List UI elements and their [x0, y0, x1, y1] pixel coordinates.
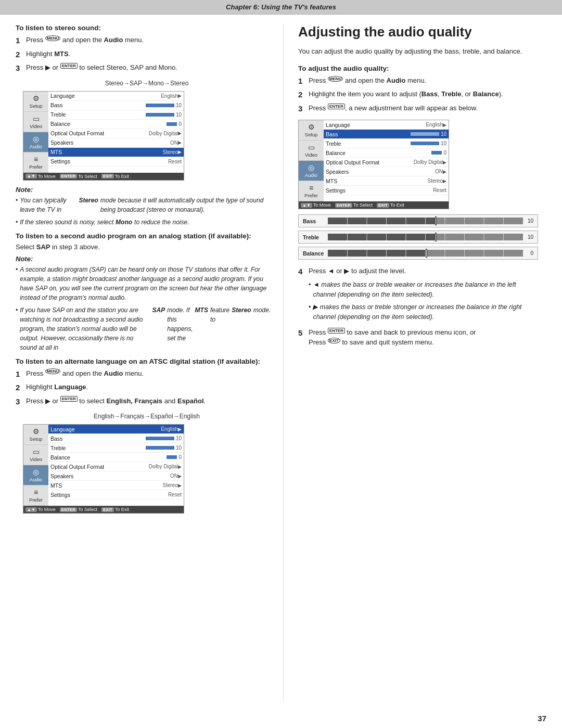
menu-row-settings-3: Settings Reset — [48, 490, 184, 500]
menu-row-speakers: Speakers ON ▶ — [48, 138, 184, 148]
note1-item2: If the stereo sound is noisy, select Mon… — [16, 218, 271, 227]
sidebar-setup-r: ⚙ Setup — [299, 120, 324, 141]
menu-footer-3: ▲▼ To Move ENTER To Select EXIT To Exit — [23, 506, 184, 513]
setup-icon-3: ⚙ — [33, 427, 40, 436]
menu-row-balance-3: Balance 0 — [48, 453, 184, 462]
page-number: 37 — [538, 714, 546, 723]
menu-row-mts: MTS Stereo ▶ — [48, 148, 184, 157]
video-icon-r: ▭ — [308, 143, 315, 151]
right-section1-heading: To adjust the audio quality: — [298, 65, 538, 72]
sidebar-prefer-r: ≡ Prefer — [299, 181, 324, 201]
adj-bar-bass: Bass — [298, 214, 538, 227]
menu-row-balance: Balance 0 — [48, 120, 184, 129]
menu-row-lang-3: Language English ▶ — [48, 425, 184, 434]
menu-row-optical-r: Optical Output Format Dolby Digital ▶ — [324, 158, 449, 167]
menu-row-bass-3: Bass 10 — [48, 434, 184, 443]
sidebar-prefer-3: ≡ Prefer — [23, 486, 48, 506]
menu-row-settings: Settings Reset — [48, 157, 184, 167]
sec3-step1: 1 Press MENU and open the Audio menu. — [16, 368, 271, 380]
page-footer: 37 — [0, 711, 562, 728]
menu-content-1: Language English ▶ Bass 10 Treble — [48, 92, 184, 173]
menu-row-balance-r: Balance 0 — [324, 148, 449, 158]
note2-item2: If you have SAP on and the station you a… — [16, 305, 271, 352]
sec3-step2: 2 Highlight Language. — [16, 382, 271, 394]
page-header: Chapter 6: Using the TV's features — [0, 0, 562, 15]
menu-sidebar-1: ⚙ Setup ▭ Video ◎ Audio — [23, 92, 48, 173]
right-bullet1: ◄ makes the bass or treble weaker or inc… — [309, 280, 538, 300]
adj-bar-treble: Treble 10 — [298, 231, 538, 244]
adj-bar-balance: Balance 0 — [298, 247, 538, 260]
content-columns: To listen to stereo sound: 1 Press MENU … — [0, 15, 562, 711]
setup-icon-r: ⚙ — [308, 123, 315, 131]
prefer-icon-3: ≡ — [34, 488, 38, 496]
sidebar-audio: ◎ Audio — [23, 132, 48, 152]
section1-steps: 1 Press MENU and open the Audio menu. 2 … — [16, 35, 271, 74]
right-step5: 5 Press ENTER to save and back to previo… — [298, 327, 538, 348]
right-step1: 1 Press MENU and open the Audio menu. — [298, 75, 538, 87]
sec3-step3: 3 Press ▶ or ENTER to select English, Fr… — [16, 396, 271, 408]
menu-row-optical-3: Optical Output Format Dolby Digital ▶ — [48, 462, 184, 471]
menu-row-mts-r: MTS Stereo ▶ — [324, 176, 449, 186]
audio-icon-r: ◎ — [308, 163, 314, 172]
setup-icon: ⚙ — [33, 94, 40, 103]
menu-row-optical: Optical Output Format Dolby Digital ▶ — [48, 129, 184, 138]
step-2: 2 Highlight MTS. — [16, 49, 271, 61]
note1-label: Note: — [16, 186, 271, 194]
step-3: 3 Press ▶ or ENTER to select Stereo, SAP… — [16, 62, 271, 74]
prefer-icon: ≡ — [34, 155, 38, 163]
menu-sidebar-3: ⚙ Setup ▭ Video ◎ Audio — [23, 425, 48, 506]
menu-mockup-3: ⚙ Setup ▭ Video ◎ Audio — [23, 424, 184, 514]
sidebar-prefer: ≡ Prefer — [23, 152, 48, 173]
menu-row-settings-r: Settings Reset — [324, 186, 449, 195]
intro-text: You can adjust the audio quality by adju… — [298, 46, 538, 57]
note2-label: Note: — [16, 255, 271, 263]
audio-icon: ◎ — [33, 135, 39, 143]
menu-row-speakers-r: Speakers ON ▶ — [324, 167, 449, 176]
header-title: Chapter 6: Using the TV's features — [226, 3, 336, 11]
sidebar-setup-3: ⚙ Setup — [23, 425, 48, 445]
note-block-1: Note: You can typically leave the TV in … — [16, 186, 271, 227]
note1-list: You can typically leave the TV in Stereo… — [16, 196, 271, 227]
section2-text: Select SAP in step 3 above. — [16, 243, 271, 251]
sidebar-video-3: ▭ Video — [23, 445, 48, 465]
menu-row-treble-r: Treble 10 — [324, 139, 449, 148]
right-section1-steps: 1 Press MENU and open the Audio menu. 2 … — [298, 75, 538, 115]
step-1: 1 Press MENU and open the Audio menu. — [16, 35, 271, 47]
prefer-icon-r: ≡ — [309, 184, 313, 192]
note2-list: A second audio program (SAP) can be hear… — [16, 265, 271, 352]
menu-row-mts-3: MTS Stereo ▶ — [48, 481, 184, 490]
menu-footer-1: ▲▼ To Move ENTER To Select EXIT To Exit — [23, 173, 184, 180]
right-step4-list: 4 Press ◄ or ▶ to adjust the level. — [298, 266, 538, 278]
section2-heading: To listen to a second audio program on a… — [16, 232, 271, 240]
video-icon-3: ▭ — [33, 448, 40, 456]
menu-content-r: Language English ▶ Bass 10 Treble — [324, 120, 449, 201]
video-icon: ▭ — [33, 114, 40, 123]
section3-steps: 1 Press MENU and open the Audio menu. 2 … — [16, 368, 271, 408]
main-heading: Adjusting the audio quality — [298, 24, 538, 40]
menu-row-bass: Bass 10 — [48, 101, 184, 110]
right-bullet2: ▶ makes the bass or treble stronger or i… — [309, 302, 538, 322]
menu-mockup-right: ⚙ Setup ▭ Video ◎ Audio — [298, 120, 449, 209]
sidebar-video: ▭ Video — [23, 112, 48, 132]
page-container: Chapter 6: Using the TV's features To li… — [0, 0, 562, 728]
right-column: Adjusting the audio quality You can adju… — [283, 24, 538, 701]
section1-heading: To listen to stereo sound: — [16, 24, 271, 32]
chain3-text: English→Français→Español→English — [23, 413, 271, 420]
menu-footer-r: ▲▼ To Move ENTER To Select EXIT To Exit — [299, 201, 449, 209]
left-column: To listen to stereo sound: 1 Press MENU … — [16, 24, 271, 701]
sidebar-audio-3: ◎ Audio — [23, 465, 48, 486]
sidebar-video-r: ▭ Video — [299, 141, 324, 161]
menu-row-language: Language English ▶ — [48, 92, 184, 101]
right-step3: 3 Press ENTER, a new adjustment bar will… — [298, 103, 538, 115]
menu-row-lang-r: Language English ▶ — [324, 120, 449, 130]
right-step2: 2 Highlight the item you want to adjust … — [298, 89, 538, 101]
section3-heading: To listen to an alternate language on an… — [16, 357, 271, 365]
sidebar-audio-r: ◎ Audio — [299, 161, 324, 181]
menu-content-3: Language English ▶ Bass 10 Treble — [48, 425, 184, 506]
menu-row-treble: Treble 10 — [48, 110, 184, 120]
note-block-2: Note: A second audio program (SAP) can b… — [16, 255, 271, 352]
right-step4: 4 Press ◄ or ▶ to adjust the level. — [298, 266, 538, 278]
menu-sidebar-r: ⚙ Setup ▭ Video ◎ Audio — [299, 120, 324, 201]
note1-item1: You can typically leave the TV in Stereo… — [16, 196, 271, 214]
menu-row-treble-3: Treble 10 — [48, 443, 184, 453]
